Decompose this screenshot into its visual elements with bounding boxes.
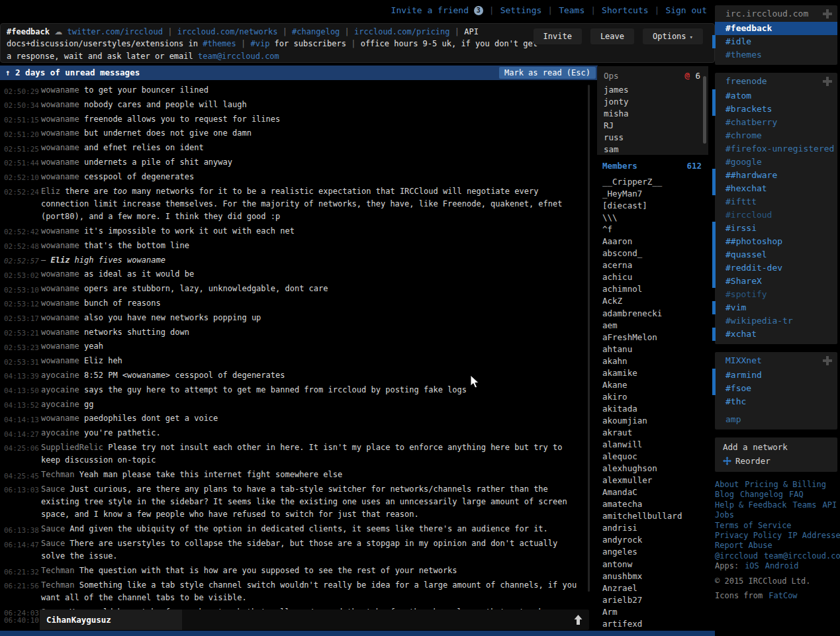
channel-item[interactable]: #wikipedia-tr <box>715 314 837 328</box>
channel-item[interactable]: #themes <box>715 48 837 62</box>
channel-item[interactable]: #firefox-unregistered <box>715 142 837 156</box>
member-item[interactable]: AmandaC <box>602 486 708 498</box>
message-nick[interactable]: wowaname <box>41 241 79 250</box>
ops-member[interactable]: RJ <box>604 120 708 132</box>
channel-item[interactable]: #reddit-dev <box>715 261 837 275</box>
topbar-link-settings[interactable]: Settings <box>500 5 542 15</box>
message-nick[interactable]: wowaname <box>41 172 79 181</box>
footer-link[interactable]: Changelog <box>740 490 783 499</box>
message-nick[interactable]: Techman <box>41 470 75 479</box>
channel-item[interactable]: #brackets <box>715 103 837 116</box>
footer-link[interactable]: Teams <box>792 500 816 510</box>
message-nick[interactable]: SuppliedRelic <box>41 443 103 452</box>
footer-link[interactable]: Terms of Service <box>715 521 792 530</box>
message-nick[interactable]: wowaname <box>41 328 79 337</box>
message-nick[interactable]: wowaname <box>41 114 79 124</box>
message-nick[interactable]: wowaname <box>41 226 79 236</box>
channel-item[interactable]: #chatberry <box>715 116 837 129</box>
member-item[interactable]: Akane <box>602 379 708 391</box>
message-nick[interactable]: wowaname <box>41 143 79 152</box>
member-item[interactable]: akoumjian <box>602 415 708 427</box>
topic-link[interactable]: twitter.com/irccloud <box>68 27 163 36</box>
add-channel-icon[interactable] <box>823 77 832 86</box>
member-item[interactable]: aFreshMelon <box>602 332 708 343</box>
topic-link[interactable]: #vip <box>250 39 269 48</box>
member-item[interactable]: akahn <box>602 355 708 367</box>
channel-item[interactable]: #vim <box>715 301 837 314</box>
member-item[interactable]: achicu <box>602 271 708 283</box>
member-item[interactable]: alexmuller <box>602 475 708 486</box>
message-nick[interactable]: wowaname <box>41 356 79 365</box>
member-item[interactable]: akitada <box>602 403 708 415</box>
footer-link[interactable]: Privacy Policy <box>715 531 782 540</box>
message-nick[interactable]: ayocaine <box>41 371 79 380</box>
member-item[interactable]: ^f <box>602 224 708 236</box>
footer-link[interactable]: Pricing & Billing <box>745 480 826 489</box>
message-nick[interactable]: Sauce <box>41 484 65 494</box>
member-item[interactable]: alequoc <box>602 451 708 463</box>
footer-link[interactable]: IP Addresses <box>788 531 840 540</box>
message-nick[interactable]: Eliz <box>50 255 70 265</box>
message-nick[interactable]: Sauce <box>41 524 65 533</box>
options-button[interactable]: Options▾ <box>643 28 703 44</box>
member-item[interactable]: arielb27 <box>602 594 708 606</box>
network-header[interactable]: MIXXnet <box>715 352 837 369</box>
member-item[interactable]: abscond_ <box>602 248 708 259</box>
message-nick[interactable]: wowaname <box>41 128 79 138</box>
invite-button[interactable]: Invite <box>534 28 582 44</box>
message-nick[interactable]: Techman <box>41 566 75 575</box>
channel-item[interactable]: amp <box>715 413 837 426</box>
channel-item[interactable]: #ifttt <box>715 195 837 208</box>
network-header[interactable]: freenode <box>715 73 837 89</box>
channel-item[interactable]: #hexchat <box>715 182 837 195</box>
mark-as-read-button[interactable]: Mark as read (Esc) <box>499 67 596 79</box>
channel-item[interactable]: #xchat <box>715 328 837 341</box>
member-item[interactable]: andyrock <box>602 534 708 546</box>
channel-item[interactable]: #armind <box>715 369 837 382</box>
channel-item[interactable]: #irssi <box>715 222 837 235</box>
topic-link[interactable]: #themes <box>203 39 236 48</box>
member-item[interactable]: anushbmx <box>602 570 708 582</box>
channel-item[interactable]: #fsoe <box>715 382 837 395</box>
ops-member[interactable]: sam <box>604 144 708 156</box>
footer-link[interactable]: Report Abuse <box>715 541 772 550</box>
footer-link[interactable]: FatCow <box>769 591 797 600</box>
channel-item[interactable]: ##hardware <box>715 169 837 182</box>
topbar-link-shortcuts[interactable]: Shortcuts <box>602 5 648 15</box>
member-item[interactable]: amatecha <box>602 498 708 510</box>
ops-member[interactable]: jonty <box>604 96 708 108</box>
channel-item[interactable]: #google <box>715 156 837 169</box>
channel-item[interactable]: ##photoshop <box>715 235 837 248</box>
message-nick[interactable]: Techman <box>41 580 75 590</box>
member-item[interactable]: achimnol <box>602 283 708 295</box>
message-nick[interactable]: wowaname <box>41 313 79 322</box>
leave-button[interactable]: Leave <box>590 28 634 44</box>
topbar-link-teams[interactable]: Teams <box>559 5 584 15</box>
footer-link[interactable]: iOS <box>745 561 759 570</box>
member-item[interactable]: Anzrael <box>602 582 708 594</box>
topic-link[interactable]: irccloud.com/pricing <box>354 27 450 36</box>
message-nick[interactable]: wowaname <box>41 298 79 308</box>
member-item[interactable]: Arm <box>602 606 708 618</box>
invite-a-friend-link[interactable]: Invite a friend 3 <box>391 5 483 15</box>
footer-link[interactable]: Help & Feedback <box>715 500 786 510</box>
member-item[interactable]: _HeyMan7 <box>602 188 708 200</box>
channel-item[interactable]: #irccloud <box>715 208 837 222</box>
footer-link[interactable]: Jobs <box>715 510 734 520</box>
message-nick[interactable]: wowaname <box>41 414 79 423</box>
member-item[interactable]: akiro <box>602 391 708 403</box>
topic-link[interactable]: irccloud.com/networks <box>177 27 278 36</box>
footer-link[interactable]: FAQ <box>789 490 804 499</box>
send-button[interactable] <box>570 613 586 627</box>
member-item[interactable]: aem <box>602 320 708 332</box>
member-item[interactable]: acerna <box>602 259 708 271</box>
add-network-button[interactable]: Add a network <box>715 440 837 454</box>
channel-item[interactable]: #feedback <box>715 22 837 35</box>
footer-link[interactable]: About <box>715 480 739 489</box>
member-item[interactable]: __CripperZ__ <box>602 176 708 188</box>
channel-item[interactable]: #idle <box>715 35 837 48</box>
member-item[interactable]: akraut <box>602 427 708 439</box>
message-nick[interactable]: ayocaine <box>41 385 79 394</box>
member-item[interactable]: adambrenecki <box>602 308 708 320</box>
footer-link[interactable]: @irccloud <box>715 551 758 561</box>
